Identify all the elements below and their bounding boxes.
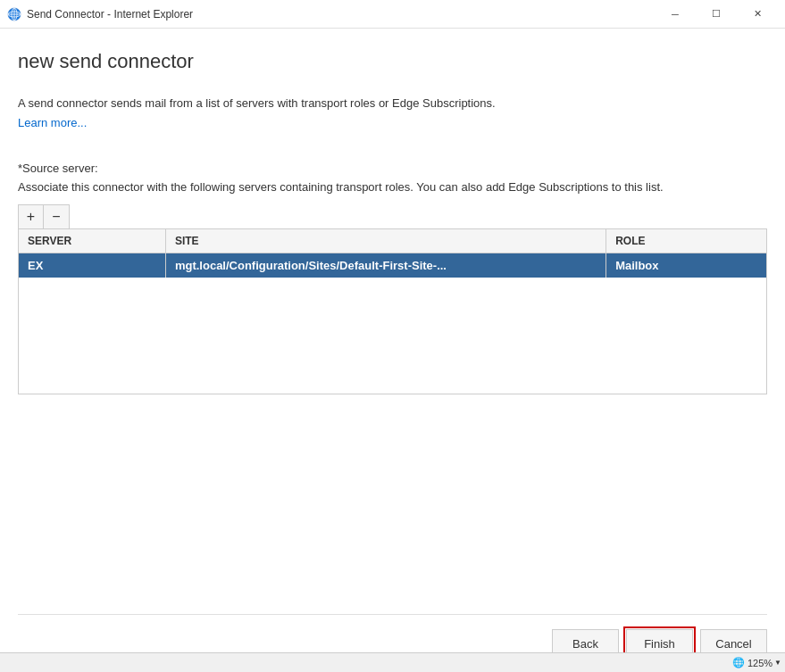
source-server-label: *Source server:	[18, 162, 767, 175]
globe-icon: 🌐	[731, 656, 746, 670]
servers-table-wrapper: SERVER SITE ROLE EX mgt.local/Configurat…	[18, 228, 767, 394]
zoom-control[interactable]: 🌐 125% ▼	[731, 656, 781, 670]
ie-icon	[7, 7, 21, 21]
learn-more-link[interactable]: Learn more...	[18, 116, 767, 129]
chevron-down-icon: ▼	[774, 659, 781, 667]
minimize-button[interactable]: ─	[655, 0, 696, 29]
column-header-server: SERVER	[19, 229, 165, 253]
source-server-description: Associate this connector with the follow…	[18, 178, 767, 196]
page-title: new send connector	[18, 50, 767, 73]
column-header-site: SITE	[165, 229, 605, 253]
table-empty-row	[19, 278, 766, 394]
table-toolbar: + −	[18, 204, 70, 228]
cell-role: Mailbox	[606, 253, 766, 278]
window-title: Send Connector - Internet Explorer	[27, 8, 655, 21]
cell-site: mgt.local/Configuration/Sites/Default-Fi…	[165, 253, 605, 278]
title-bar: Send Connector - Internet Explorer ─ ☐ ✕	[0, 0, 785, 29]
cell-server: EX	[19, 253, 165, 278]
window-controls: ─ ☐ ✕	[655, 0, 778, 29]
servers-table: SERVER SITE ROLE EX mgt.local/Configurat…	[19, 229, 766, 394]
table-row[interactable]: EX mgt.local/Configuration/Sites/Default…	[19, 253, 766, 278]
description-text: A send connector sends mail from a list …	[18, 95, 767, 112]
zoom-level: 125%	[747, 658, 772, 668]
close-button[interactable]: ✕	[737, 0, 778, 29]
column-header-role: ROLE	[606, 229, 766, 253]
window-content: new send connector A send connector send…	[0, 29, 785, 672]
remove-server-button[interactable]: −	[44, 205, 69, 228]
add-server-button[interactable]: +	[19, 205, 44, 228]
bottom-bar: Back Finish Cancel	[18, 614, 767, 658]
maximize-button[interactable]: ☐	[696, 0, 737, 29]
status-bar: 🌐 125% ▼	[0, 652, 785, 672]
